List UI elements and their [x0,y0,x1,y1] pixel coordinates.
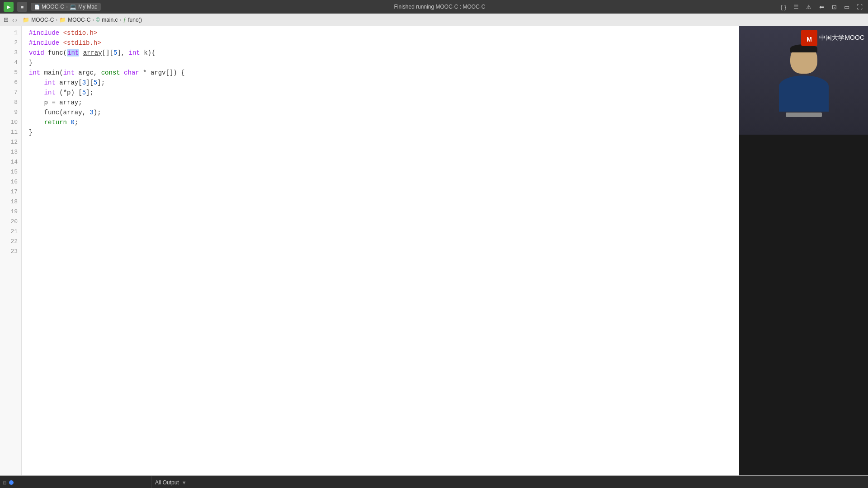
code-line-7: int array[3][5]; [29,78,739,88]
code-icon[interactable]: { } [778,2,788,12]
toolbar-right: { } ☰ ⚠ ⬅ ⊡ ▭ ⛶ [778,2,864,12]
navigator-toggle[interactable]: ⊞ [4,16,9,23]
all-output-label: All Output [155,479,179,486]
split-view-icon[interactable]: ⊡ [829,2,839,12]
play-button[interactable]: ▶ [4,2,14,12]
stop-button[interactable]: ■ [17,2,27,12]
file-icon: © [96,17,100,23]
func-icon: ƒ [123,17,127,23]
code-line-18: } [29,127,739,137]
layout-icon[interactable]: ☰ [791,2,801,12]
person-head [790,44,817,74]
build-status: Finished running MOOC-C : MOOC-C [104,4,775,10]
laptop [786,113,822,117]
nav-back[interactable]: ‹ [12,16,14,23]
code-line-17: return 0; [29,117,739,127]
breadcrumb-folder[interactable]: 📁 MOOC-C [59,17,90,23]
folder-icon: 📁 [59,17,66,23]
chevron-down-icon: ▼ [182,480,187,485]
fullscreen-icon[interactable]: ⛶ [854,2,864,12]
code-editor[interactable]: 12345 678910 1112131415 1617181920 21222… [0,26,739,475]
destination-label: My Mac [78,4,97,10]
scheme-selector[interactable]: 📄 MOOC-C › 💻 My Mac [31,3,101,11]
mooc-text: 中国大学MOOC [819,34,864,42]
nav-forward[interactable]: › [15,16,18,23]
breadcrumb-bar: ⊞ ‹ › 📁 MOOC-C › 📁 MOOC-C › © main.c › ƒ… [0,14,868,26]
svg-text:M: M [807,36,812,43]
code-line-13: func(array, 3); [29,108,739,117]
destination-icon: 💻 [70,4,76,10]
warnings-icon[interactable]: ⚠ [804,2,814,12]
sep3: › [120,17,122,23]
breadcrumb-project[interactable]: 📁 MOOC-C [23,17,54,23]
code-line-6: int main(int argc, const char * argv[]) … [29,68,739,78]
func-name: func() [128,17,142,23]
video-area: M 中国大学MOOC [739,26,868,135]
breadcrumb-file[interactable]: © main.c [96,17,118,23]
code-line-2: #include <stdlib.h> [29,38,739,48]
project-name: MOOC-C [31,17,54,23]
project-icon: 📁 [23,17,29,23]
person-silhouette [779,44,829,117]
mooc-logo: M 中国大学MOOC [801,30,864,46]
mooc-logo-icon: M [801,30,817,46]
output-toolbar: All Output ▼ [151,476,868,488]
toggle-icon[interactable]: ⊟ [3,480,6,485]
nav-arrows: ‹ › [12,16,17,23]
code-line-10: int (*p) [5]; [29,88,739,98]
code-line-11: p = array; [29,98,739,108]
scheme-label: MOOC-C [42,4,64,10]
sep1: › [56,17,57,23]
back-icon[interactable]: ⬅ [816,2,826,12]
code-line-5: } [29,58,739,68]
bottom-panel: ⊟ All Output ▼ 11222222211 Program ended… [0,475,868,488]
editor-area: 12345 678910 1112131415 1617181920 21222… [0,26,739,475]
panel-icon[interactable]: ▭ [842,2,852,12]
sep2: › [92,17,94,23]
person-body [779,75,829,112]
code-content[interactable]: #include <stdio.h> #include <stdlib.h> v… [22,26,739,475]
bottom-left-panel: ⊟ [0,476,151,488]
main-layout: 12345 678910 1112131415 1617181920 21222… [0,26,868,475]
file-name: main.c [102,17,118,23]
line-numbers: 12345 678910 1112131415 1617181920 21222… [0,26,22,475]
status-indicator [9,480,14,485]
breadcrumb-func[interactable]: ƒ func() [123,17,142,23]
folder-name: MOOC-C [68,17,90,23]
code-line-1: #include <stdio.h> [29,28,739,38]
bottom-right-panel: All Output ▼ 11222222211 Program ended w… [151,476,868,488]
right-panel: M 中国大学MOOC [739,26,868,475]
top-toolbar: ▶ ■ 📄 MOOC-C › 💻 My Mac Finished running… [0,0,868,14]
bottom-left-toolbar: ⊟ [0,476,151,488]
code-line-3: void func(int array[][5], int k){ [29,48,739,58]
